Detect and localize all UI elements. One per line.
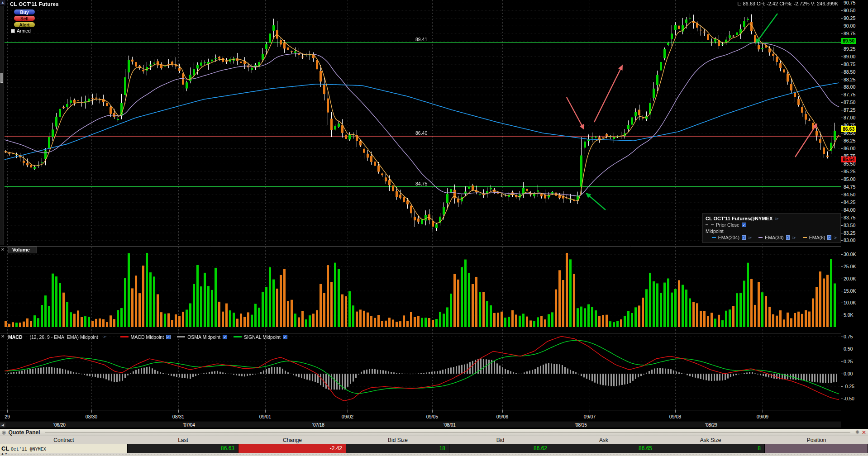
axis-tick-label: 20.0K — [844, 276, 856, 281]
axis-tick-mark — [841, 171, 843, 172]
axis-tick-mark — [841, 399, 843, 399]
pointer-icon[interactable]: ☞ — [834, 235, 838, 240]
axis-tick-mark — [841, 80, 843, 80]
axis-tick-mark — [841, 33, 843, 34]
quote-column-header[interactable]: Position — [765, 436, 868, 444]
prior-close-checkbox[interactable]: ✓ — [742, 223, 746, 227]
axis-tick-label: 89.75 — [844, 31, 855, 36]
scrollbar-thumb[interactable] — [0, 73, 3, 83]
series-label: MACD Midpoint — [131, 334, 164, 340]
prior-close-swatch — [706, 224, 714, 225]
date-tick-label: 09/01 — [259, 414, 271, 419]
ema-checkbox[interactable]: ✓ — [742, 235, 746, 240]
ema-checkbox[interactable]: ✓ — [786, 235, 790, 240]
close-quote-panel-icon[interactable]: ✕ — [862, 429, 866, 436]
axis-tick-mark — [841, 315, 843, 315]
volume-pane-label[interactable]: Volume — [8, 247, 37, 253]
pointer-icon[interactable]: ☞ — [748, 235, 752, 240]
date-tick-label: 09/08 — [669, 414, 681, 419]
trading-app-window: ▲ CL OCT'11 Futures L: 86.63 CH: -2.42 C… — [0, 0, 868, 456]
armed-checkbox-row[interactable]: Armed — [11, 28, 31, 33]
axis-tick-mark — [841, 110, 843, 110]
week-label: '08/29 — [705, 423, 717, 428]
pointer-icon[interactable]: ☞ — [103, 334, 107, 339]
quote-column-header[interactable]: Last — [128, 436, 238, 444]
close-macd-icon[interactable]: ✕ — [1, 334, 5, 339]
axis-tick-label: 87.25 — [844, 107, 855, 113]
scroll-up-icon[interactable]: ▲ — [0, 0, 5, 5]
hline-label-low: 84.75 — [415, 181, 427, 186]
axis-tick-label: 84.75 — [844, 184, 855, 190]
date-tick-mark — [91, 410, 92, 413]
quote-panel-title: Quote Panel — [9, 429, 40, 436]
quote-column-header[interactable]: Bid — [449, 436, 551, 444]
collapse-arrows-icon[interactable]: ▲▼ — [1, 452, 8, 455]
armed-checkbox[interactable] — [11, 29, 15, 33]
axis-tick-label: 90.50 — [844, 8, 855, 13]
date-tick-mark — [763, 410, 763, 413]
date-tick-label: 09/09 — [757, 414, 768, 419]
pointer-icon[interactable]: ☞ — [792, 235, 796, 240]
left-scrollbar[interactable] — [0, 6, 4, 245]
change-cell: -2.42 — [238, 444, 346, 453]
axis-tick-mark — [841, 266, 843, 267]
quote-column-header[interactable]: Ask — [551, 436, 656, 444]
axis-tick-label: 88.50 — [844, 69, 855, 75]
axis-tick-mark — [841, 303, 843, 303]
axis-tick-label: 30.0K — [844, 252, 856, 257]
macd-pane-label[interactable]: MACD — [8, 334, 23, 340]
axis-tick-mark — [841, 118, 843, 118]
pointer-icon[interactable]: ☞ — [775, 216, 779, 221]
contract-symbol: CL — [1, 445, 9, 452]
panel-toggle-icon[interactable]: ◉ — [2, 429, 6, 435]
axis-tick-label: -0.50 — [844, 396, 854, 401]
quote-column-header[interactable]: Bid Size — [346, 436, 449, 444]
quote-data-row[interactable]: CL Oct'11 @NYMEX86.63-2.421886.6286.658 — [0, 444, 868, 453]
contract-detail: Oct'11 @NYMEX — [11, 447, 46, 452]
date-axis: 2908/3008/3109/0109/0209/0509/0609/0709/… — [0, 410, 841, 422]
axis-tick-label: 87.00 — [844, 115, 855, 120]
axis-tick-mark — [841, 133, 843, 133]
axis-tick-mark — [841, 164, 843, 164]
ema-checkbox[interactable]: ✓ — [827, 235, 831, 240]
bid-size-cell: 18 — [346, 444, 449, 453]
axis-tick-label: 89.00 — [844, 54, 855, 59]
panel-menu-icon[interactable]: ✺ — [855, 429, 859, 435]
series-checkbox[interactable]: ✓ — [283, 335, 287, 339]
ema-swatch — [758, 237, 763, 238]
axis-tick-mark — [841, 202, 843, 203]
date-tick-mark — [675, 410, 676, 413]
date-tick-label: 09/06 — [496, 414, 508, 419]
sell-button[interactable]: Sell — [14, 15, 35, 21]
series-checkbox[interactable]: ✓ — [223, 335, 227, 339]
date-tick-label: 09/07 — [584, 414, 596, 419]
quote-column-header[interactable]: Contract — [0, 436, 128, 444]
midpoint-label: Midpoint — [706, 228, 724, 234]
panel-resize-strip[interactable]: ▲▼ — [0, 453, 868, 456]
bid-cell: 86.62 — [449, 444, 551, 453]
alert-button[interactable]: Alert — [14, 22, 35, 28]
ema-label: EMA(34) — [765, 235, 783, 240]
scroll-left-icon[interactable]: ◀ — [0, 423, 5, 428]
axis-tick-mark — [841, 349, 843, 349]
horizontal-scrollbar[interactable]: ◀ ▶ ▶| '06/20'07/04'07/18'08/01'08/15'08… — [0, 422, 868, 428]
buy-button[interactable]: Buy — [14, 9, 35, 15]
axis-tick-label: 89.25 — [844, 46, 855, 52]
price-badge: 85.64 — [841, 157, 856, 162]
axis-tick-mark — [841, 26, 843, 26]
week-label: '08/15 — [575, 423, 587, 428]
series-checkbox[interactable]: ✓ — [166, 335, 171, 339]
ema-swatch — [712, 237, 716, 238]
position-cell — [765, 444, 868, 453]
close-volume-icon[interactable]: ✕ — [1, 247, 5, 252]
axis-tick-mark — [841, 64, 843, 65]
axis-tick-mark — [841, 18, 843, 19]
axis-tick-mark — [841, 210, 843, 210]
axis-tick-mark — [841, 279, 843, 279]
axis-tick-mark — [841, 361, 843, 362]
chart-canvas[interactable] — [0, 0, 841, 410]
quote-column-header[interactable]: Ask Size — [656, 436, 765, 444]
quote-column-header[interactable]: Change — [238, 436, 346, 444]
axis-tick-label: -0.25 — [844, 384, 854, 389]
price-axis[interactable]: 90.7590.5090.2590.0089.7589.5089.2589.00… — [841, 0, 868, 428]
